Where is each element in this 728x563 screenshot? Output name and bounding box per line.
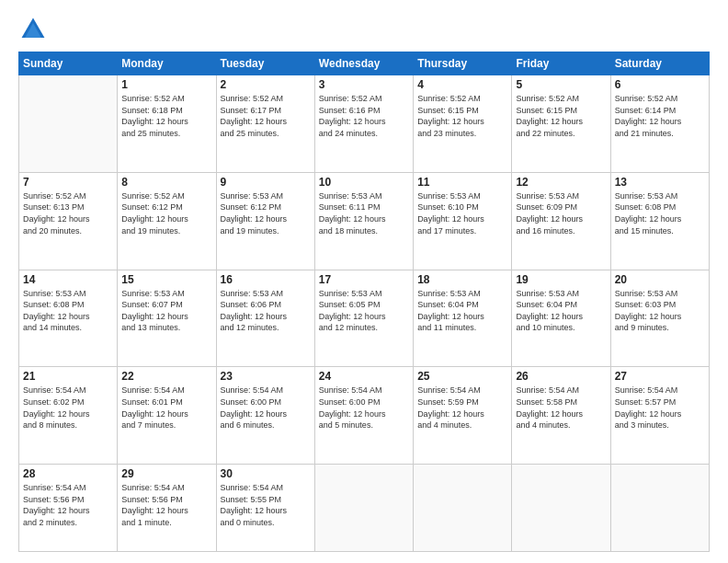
calendar-cell <box>610 465 709 552</box>
day-number: 30 <box>221 467 311 480</box>
cell-info: Sunrise: 5:53 AM Sunset: 6:07 PM Dayligh… <box>121 288 211 334</box>
calendar-cell: 8Sunrise: 5:52 AM Sunset: 6:12 PM Daylig… <box>118 172 216 270</box>
cell-info: Sunrise: 5:54 AM Sunset: 6:00 PM Dayligh… <box>319 385 409 431</box>
day-number: 24 <box>319 370 409 383</box>
cell-info: Sunrise: 5:54 AM Sunset: 6:01 PM Dayligh… <box>121 385 211 431</box>
calendar-header-tuesday: Tuesday <box>216 52 314 75</box>
cell-info: Sunrise: 5:53 AM Sunset: 6:04 PM Dayligh… <box>417 288 507 334</box>
calendar-cell: 12Sunrise: 5:53 AM Sunset: 6:09 PM Dayli… <box>512 172 610 270</box>
calendar-cell: 26Sunrise: 5:54 AM Sunset: 5:58 PM Dayli… <box>512 367 610 465</box>
day-number: 29 <box>121 467 211 480</box>
day-number: 2 <box>221 78 311 91</box>
calendar-cell: 11Sunrise: 5:53 AM Sunset: 6:10 PM Dayli… <box>414 172 512 270</box>
cell-info: Sunrise: 5:54 AM Sunset: 6:00 PM Dayligh… <box>221 385 311 431</box>
day-number: 13 <box>615 176 705 189</box>
cell-info: Sunrise: 5:54 AM Sunset: 5:58 PM Dayligh… <box>516 385 606 431</box>
logo-icon <box>18 15 48 44</box>
calendar-cell: 4Sunrise: 5:52 AM Sunset: 6:15 PM Daylig… <box>414 75 512 173</box>
calendar-cell: 30Sunrise: 5:54 AM Sunset: 5:55 PM Dayli… <box>216 465 314 552</box>
calendar-cell <box>512 465 610 552</box>
cell-info: Sunrise: 5:52 AM Sunset: 6:13 PM Dayligh… <box>23 190 113 236</box>
calendar-cell: 23Sunrise: 5:54 AM Sunset: 6:00 PM Dayli… <box>216 367 314 465</box>
page: SundayMondayTuesdayWednesdayThursdayFrid… <box>0 0 728 563</box>
calendar-cell: 28Sunrise: 5:54 AM Sunset: 5:56 PM Dayli… <box>19 465 118 552</box>
day-number: 16 <box>221 273 311 286</box>
calendar-cell: 17Sunrise: 5:53 AM Sunset: 6:05 PM Dayli… <box>314 270 413 367</box>
cell-info: Sunrise: 5:54 AM Sunset: 5:55 PM Dayligh… <box>221 482 311 528</box>
cell-info: Sunrise: 5:52 AM Sunset: 6:17 PM Dayligh… <box>221 93 311 139</box>
calendar-cell: 20Sunrise: 5:53 AM Sunset: 6:03 PM Dayli… <box>610 270 709 367</box>
calendar-cell: 22Sunrise: 5:54 AM Sunset: 6:01 PM Dayli… <box>118 367 216 465</box>
calendar-header-monday: Monday <box>118 52 216 75</box>
cell-info: Sunrise: 5:53 AM Sunset: 6:11 PM Dayligh… <box>319 190 409 236</box>
day-number: 3 <box>319 78 409 91</box>
day-number: 28 <box>23 467 113 480</box>
cell-info: Sunrise: 5:52 AM Sunset: 6:16 PM Dayligh… <box>319 93 409 139</box>
day-number: 19 <box>516 273 606 286</box>
calendar-cell <box>414 465 512 552</box>
day-number: 4 <box>417 78 507 91</box>
cell-info: Sunrise: 5:52 AM Sunset: 6:12 PM Dayligh… <box>121 190 211 236</box>
day-number: 27 <box>615 370 705 383</box>
calendar-header-sunday: Sunday <box>19 52 118 75</box>
calendar-cell: 7Sunrise: 5:52 AM Sunset: 6:13 PM Daylig… <box>19 172 118 270</box>
calendar-cell: 3Sunrise: 5:52 AM Sunset: 6:16 PM Daylig… <box>314 75 413 173</box>
cell-info: Sunrise: 5:53 AM Sunset: 6:09 PM Dayligh… <box>516 190 606 236</box>
calendar-cell: 18Sunrise: 5:53 AM Sunset: 6:04 PM Dayli… <box>414 270 512 367</box>
day-number: 10 <box>319 176 409 189</box>
calendar-cell: 5Sunrise: 5:52 AM Sunset: 6:15 PM Daylig… <box>512 75 610 173</box>
day-number: 11 <box>417 176 507 189</box>
calendar-header-thursday: Thursday <box>414 52 512 75</box>
cell-info: Sunrise: 5:53 AM Sunset: 6:06 PM Dayligh… <box>221 288 311 334</box>
calendar-cell: 16Sunrise: 5:53 AM Sunset: 6:06 PM Dayli… <box>216 270 314 367</box>
day-number: 21 <box>23 370 113 383</box>
cell-info: Sunrise: 5:53 AM Sunset: 6:05 PM Dayligh… <box>319 288 409 334</box>
cell-info: Sunrise: 5:54 AM Sunset: 5:56 PM Dayligh… <box>121 482 211 528</box>
calendar-cell: 13Sunrise: 5:53 AM Sunset: 6:08 PM Dayli… <box>610 172 709 270</box>
calendar-week-row: 7Sunrise: 5:52 AM Sunset: 6:13 PM Daylig… <box>19 172 710 270</box>
calendar-cell: 24Sunrise: 5:54 AM Sunset: 6:00 PM Dayli… <box>314 367 413 465</box>
cell-info: Sunrise: 5:53 AM Sunset: 6:08 PM Dayligh… <box>23 288 113 334</box>
day-number: 20 <box>615 273 705 286</box>
day-number: 1 <box>121 78 211 91</box>
day-number: 25 <box>417 370 507 383</box>
cell-info: Sunrise: 5:52 AM Sunset: 6:15 PM Dayligh… <box>516 93 606 139</box>
calendar-cell: 14Sunrise: 5:53 AM Sunset: 6:08 PM Dayli… <box>19 270 118 367</box>
calendar-table: SundayMondayTuesdayWednesdayThursdayFrid… <box>18 52 710 552</box>
calendar-week-row: 21Sunrise: 5:54 AM Sunset: 6:02 PM Dayli… <box>19 367 710 465</box>
cell-info: Sunrise: 5:52 AM Sunset: 6:15 PM Dayligh… <box>417 93 507 139</box>
day-number: 9 <box>221 176 311 189</box>
calendar-week-row: 1Sunrise: 5:52 AM Sunset: 6:18 PM Daylig… <box>19 75 710 173</box>
cell-info: Sunrise: 5:54 AM Sunset: 5:59 PM Dayligh… <box>417 385 507 431</box>
cell-info: Sunrise: 5:52 AM Sunset: 6:18 PM Dayligh… <box>121 93 211 139</box>
calendar-cell: 9Sunrise: 5:53 AM Sunset: 6:12 PM Daylig… <box>216 172 314 270</box>
day-number: 8 <box>121 176 211 189</box>
day-number: 15 <box>121 273 211 286</box>
calendar-header-row: SundayMondayTuesdayWednesdayThursdayFrid… <box>19 52 710 75</box>
day-number: 5 <box>516 78 606 91</box>
calendar-cell: 2Sunrise: 5:52 AM Sunset: 6:17 PM Daylig… <box>216 75 314 173</box>
cell-info: Sunrise: 5:54 AM Sunset: 6:02 PM Dayligh… <box>23 385 113 431</box>
calendar-cell: 19Sunrise: 5:53 AM Sunset: 6:04 PM Dayli… <box>512 270 610 367</box>
calendar-header-wednesday: Wednesday <box>314 52 413 75</box>
calendar-cell: 21Sunrise: 5:54 AM Sunset: 6:02 PM Dayli… <box>19 367 118 465</box>
calendar-header-saturday: Saturday <box>610 52 709 75</box>
cell-info: Sunrise: 5:53 AM Sunset: 6:03 PM Dayligh… <box>615 288 705 334</box>
cell-info: Sunrise: 5:52 AM Sunset: 6:14 PM Dayligh… <box>615 93 705 139</box>
calendar-cell: 27Sunrise: 5:54 AM Sunset: 5:57 PM Dayli… <box>610 367 709 465</box>
day-number: 14 <box>23 273 113 286</box>
day-number: 17 <box>319 273 409 286</box>
calendar-cell: 10Sunrise: 5:53 AM Sunset: 6:11 PM Dayli… <box>314 172 413 270</box>
cell-info: Sunrise: 5:53 AM Sunset: 6:04 PM Dayligh… <box>516 288 606 334</box>
calendar-header-friday: Friday <box>512 52 610 75</box>
calendar-cell: 25Sunrise: 5:54 AM Sunset: 5:59 PM Dayli… <box>414 367 512 465</box>
calendar-week-row: 14Sunrise: 5:53 AM Sunset: 6:08 PM Dayli… <box>19 270 710 367</box>
calendar-cell: 6Sunrise: 5:52 AM Sunset: 6:14 PM Daylig… <box>610 75 709 173</box>
cell-info: Sunrise: 5:54 AM Sunset: 5:57 PM Dayligh… <box>615 385 705 431</box>
cell-info: Sunrise: 5:53 AM Sunset: 6:12 PM Dayligh… <box>221 190 311 236</box>
day-number: 22 <box>121 370 211 383</box>
cell-info: Sunrise: 5:54 AM Sunset: 5:56 PM Dayligh… <box>23 482 113 528</box>
cell-info: Sunrise: 5:53 AM Sunset: 6:10 PM Dayligh… <box>417 190 507 236</box>
header <box>18 15 710 44</box>
calendar-week-row: 28Sunrise: 5:54 AM Sunset: 5:56 PM Dayli… <box>19 465 710 552</box>
